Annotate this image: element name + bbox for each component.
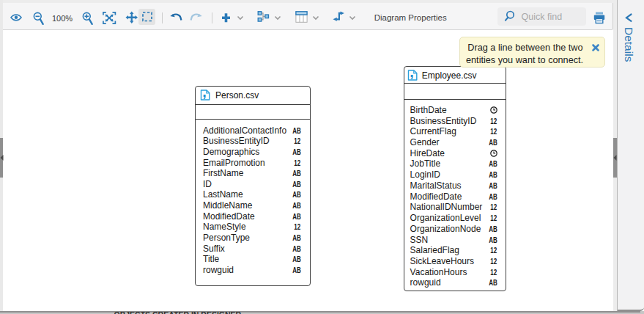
- svg-text:,: ,: [410, 64, 414, 80]
- svg-text:,: ,: [202, 84, 207, 100]
